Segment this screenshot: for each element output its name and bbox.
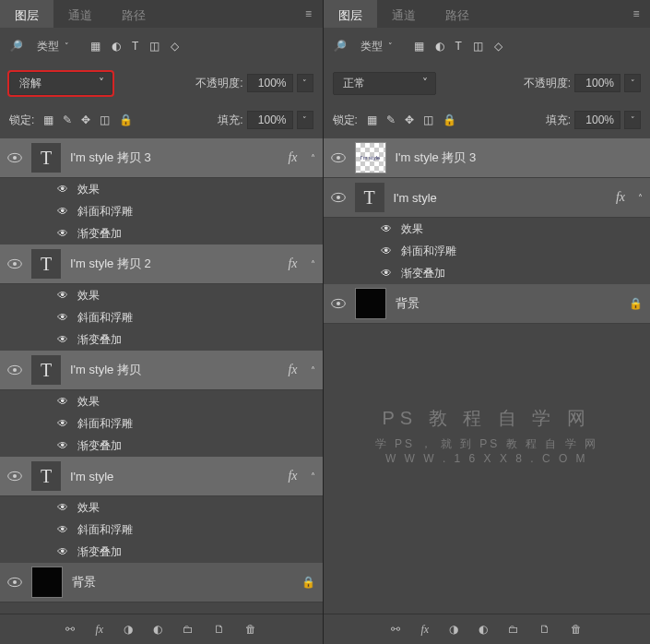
- layer-row-background[interactable]: 背景 🔒: [324, 284, 651, 324]
- visibility-icon[interactable]: [331, 190, 346, 205]
- effect-item[interactable]: 👁斜面和浮雕: [324, 240, 651, 262]
- mask-icon[interactable]: ◑: [124, 623, 133, 636]
- layer-row[interactable]: T I'm style fx ˄: [324, 178, 651, 218]
- panel-menu-icon[interactable]: ≡: [622, 0, 650, 28]
- delete-icon[interactable]: 🗑: [245, 623, 256, 636]
- fx-badge[interactable]: fx: [288, 469, 297, 483]
- fx-icon[interactable]: fx: [95, 623, 103, 637]
- group-icon[interactable]: 🗀: [183, 623, 194, 636]
- new-layer-icon[interactable]: 🗋: [539, 623, 550, 636]
- lock-transparent-icon[interactable]: ▦: [367, 113, 377, 126]
- filter-pixel-icon[interactable]: ▦: [414, 40, 424, 53]
- visibility-icon[interactable]: [331, 150, 346, 165]
- filter-type-dropdown[interactable]: 类型 ˅: [354, 36, 399, 57]
- effect-item[interactable]: 👁斜面和浮雕: [0, 306, 323, 328]
- visibility-icon[interactable]: 👁: [55, 522, 70, 537]
- effect-item[interactable]: 👁效果: [0, 390, 323, 412]
- lock-move-icon[interactable]: ✥: [405, 113, 414, 126]
- filter-smart-icon[interactable]: ◇: [171, 40, 179, 53]
- tab-paths[interactable]: 路径: [107, 0, 160, 28]
- fill-value[interactable]: 100%: [247, 111, 293, 129]
- effect-item[interactable]: 👁效果: [324, 218, 651, 240]
- visibility-icon[interactable]: [7, 150, 22, 165]
- visibility-icon[interactable]: [7, 469, 22, 483]
- visibility-icon[interactable]: 👁: [379, 244, 394, 258]
- visibility-icon[interactable]: 👁: [55, 310, 70, 325]
- lock-transparent-icon[interactable]: ▦: [43, 113, 53, 126]
- filter-adjust-icon[interactable]: ◐: [112, 40, 121, 53]
- visibility-icon[interactable]: 👁: [379, 221, 394, 236]
- fx-badge[interactable]: fx: [288, 256, 297, 271]
- adjust-icon[interactable]: ◐: [153, 623, 162, 636]
- filter-type-icon[interactable]: T: [455, 40, 462, 53]
- effect-item[interactable]: 👁斜面和浮雕: [0, 412, 323, 435]
- effect-item[interactable]: 👁效果: [0, 178, 323, 200]
- visibility-icon[interactable]: 👁: [55, 226, 70, 241]
- filter-shape-icon[interactable]: ◫: [149, 40, 160, 53]
- layer-row[interactable]: I'm style 拷贝 3: [324, 138, 651, 178]
- tab-layers[interactable]: 图层: [324, 0, 377, 28]
- lock-brush-icon[interactable]: ✎: [63, 113, 72, 126]
- layer-row[interactable]: T I'm style 拷贝 2 fx ˄: [0, 244, 323, 284]
- collapse-icon[interactable]: ˄: [638, 193, 643, 203]
- lock-all-icon[interactable]: 🔒: [443, 113, 456, 126]
- fx-icon[interactable]: fx: [420, 623, 429, 637]
- fill-value[interactable]: 100%: [574, 111, 620, 129]
- visibility-icon[interactable]: [7, 363, 22, 377]
- effect-item[interactable]: 👁斜面和浮雕: [0, 519, 323, 541]
- collapse-icon[interactable]: ˄: [311, 471, 315, 482]
- effect-item[interactable]: 👁效果: [0, 284, 323, 306]
- lock-brush-icon[interactable]: ✎: [386, 113, 396, 126]
- opacity-value[interactable]: 100%: [574, 74, 620, 92]
- fill-chevron-icon[interactable]: ˅: [297, 111, 313, 129]
- collapse-icon[interactable]: ˄: [311, 153, 315, 163]
- filter-adjust-icon[interactable]: ◐: [435, 40, 444, 53]
- effect-item[interactable]: 👁斜面和浮雕: [0, 200, 323, 222]
- layer-row[interactable]: T I'm style fx ˄: [0, 457, 323, 496]
- effect-item[interactable]: 👁渐变叠加: [0, 222, 323, 244]
- group-icon[interactable]: 🗀: [508, 623, 519, 636]
- opacity-chevron-icon[interactable]: ˅: [624, 74, 641, 92]
- tab-channels[interactable]: 通道: [53, 0, 107, 28]
- effect-item[interactable]: 👁渐变叠加: [0, 328, 323, 351]
- filter-pixel-icon[interactable]: ▦: [90, 40, 100, 53]
- lock-artboard-icon[interactable]: ◫: [423, 113, 433, 126]
- delete-icon[interactable]: 🗑: [571, 623, 582, 636]
- visibility-icon[interactable]: 👁: [55, 204, 70, 219]
- visibility-icon[interactable]: [7, 256, 22, 271]
- tab-paths[interactable]: 路径: [431, 0, 484, 28]
- lock-move-icon[interactable]: ✥: [81, 113, 90, 126]
- lock-artboard-icon[interactable]: ◫: [100, 113, 110, 126]
- visibility-icon[interactable]: 👁: [55, 182, 70, 197]
- search-icon[interactable]: 🔎: [9, 40, 23, 53]
- visibility-icon[interactable]: [331, 296, 346, 311]
- filter-shape-icon[interactable]: ◫: [473, 40, 483, 53]
- fx-badge[interactable]: fx: [288, 363, 297, 377]
- link-icon[interactable]: ⚯: [65, 623, 75, 636]
- visibility-icon[interactable]: 👁: [55, 544, 70, 559]
- tab-channels[interactable]: 通道: [377, 0, 431, 28]
- filter-smart-icon[interactable]: ◇: [494, 40, 502, 53]
- visibility-icon[interactable]: 👁: [55, 288, 70, 303]
- visibility-icon[interactable]: 👁: [55, 438, 70, 453]
- fx-badge[interactable]: fx: [616, 190, 625, 205]
- visibility-icon[interactable]: 👁: [55, 416, 70, 431]
- visibility-icon[interactable]: 👁: [55, 332, 70, 347]
- mask-icon[interactable]: ◑: [449, 623, 458, 636]
- visibility-icon[interactable]: [7, 575, 22, 590]
- opacity-value[interactable]: 100%: [247, 74, 293, 92]
- effect-item[interactable]: 👁渐变叠加: [0, 435, 323, 457]
- layer-row[interactable]: T I'm style 拷贝 3 fx ˄: [0, 138, 323, 178]
- collapse-icon[interactable]: ˄: [311, 365, 315, 376]
- filter-type-dropdown[interactable]: 类型 ˅: [30, 36, 76, 57]
- fx-badge[interactable]: fx: [288, 150, 297, 165]
- visibility-icon[interactable]: 👁: [55, 394, 70, 409]
- effect-item[interactable]: 👁渐变叠加: [0, 541, 323, 563]
- panel-menu-icon[interactable]: ≡: [295, 0, 323, 28]
- blend-mode-dropdown[interactable]: 溶解 ˅: [9, 72, 112, 95]
- lock-all-icon[interactable]: 🔒: [119, 113, 133, 126]
- visibility-icon[interactable]: 👁: [379, 266, 394, 280]
- layer-row-background[interactable]: 背景 🔒: [0, 563, 323, 602]
- tab-layers[interactable]: 图层: [0, 0, 53, 28]
- adjust-icon[interactable]: ◐: [479, 623, 488, 636]
